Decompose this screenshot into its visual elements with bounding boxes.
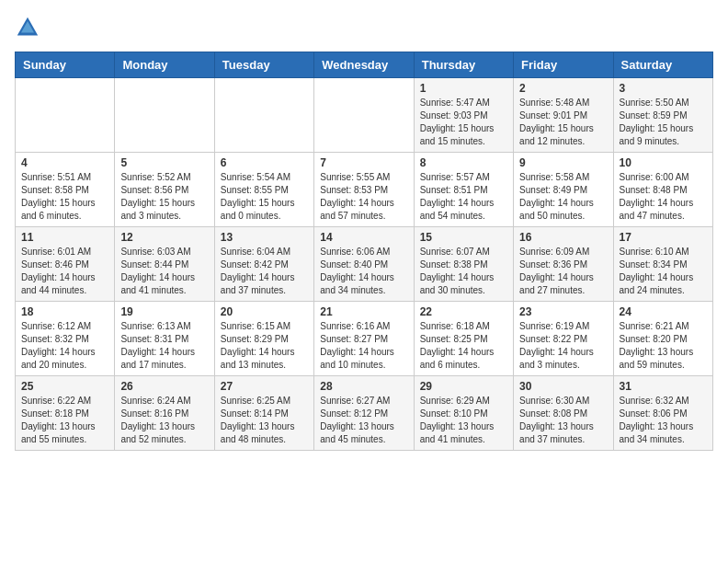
day-info: Daylight: 14 hours and 17 minutes. xyxy=(120,346,208,372)
day-info: Sunrise: 6:15 AM xyxy=(221,320,308,333)
calendar-cell: 1Sunrise: 5:47 AMSunset: 9:03 PMDaylight… xyxy=(414,78,513,153)
day-info: Daylight: 14 hours and 47 minutes. xyxy=(620,197,707,223)
day-info: Daylight: 14 hours and 3 minutes. xyxy=(519,346,607,372)
day-number: 18 xyxy=(21,305,108,318)
calendar-cell xyxy=(16,78,115,153)
day-info: Sunset: 9:03 PM xyxy=(420,109,507,122)
day-info: Daylight: 14 hours and 37 minutes. xyxy=(221,271,308,297)
day-info: Sunrise: 6:27 AM xyxy=(320,395,407,408)
calendar-cell: 6Sunrise: 5:54 AMSunset: 8:55 PMDaylight… xyxy=(214,153,313,227)
calendar-cell: 10Sunrise: 6:00 AMSunset: 8:48 PMDayligh… xyxy=(613,153,712,227)
day-number: 11 xyxy=(21,231,108,244)
calendar-cell: 18Sunrise: 6:12 AMSunset: 8:32 PMDayligh… xyxy=(16,302,115,376)
day-info: Sunrise: 6:25 AM xyxy=(221,395,308,408)
day-number: 7 xyxy=(320,156,407,169)
day-info: Daylight: 14 hours and 54 minutes. xyxy=(420,197,507,223)
day-info: Daylight: 15 hours and 9 minutes. xyxy=(620,122,707,148)
day-info: Sunrise: 6:32 AM xyxy=(620,395,707,408)
day-info: Sunset: 8:36 PM xyxy=(519,259,607,271)
calendar-cell xyxy=(214,78,313,153)
logo-icon xyxy=(15,15,40,40)
weekday-header-saturday: Saturday xyxy=(613,52,712,78)
day-number: 10 xyxy=(620,156,707,169)
day-number: 4 xyxy=(21,156,108,169)
day-number: 23 xyxy=(519,305,607,318)
calendar-cell: 30Sunrise: 6:30 AMSunset: 8:08 PMDayligh… xyxy=(514,376,613,451)
day-info: Daylight: 14 hours and 44 minutes. xyxy=(21,271,108,297)
day-info: Daylight: 14 hours and 41 minutes. xyxy=(120,271,208,297)
day-number: 30 xyxy=(519,380,607,393)
day-info: Sunset: 8:34 PM xyxy=(620,259,707,271)
day-info: Sunset: 8:46 PM xyxy=(21,259,108,271)
day-number: 27 xyxy=(221,380,308,393)
day-info: Daylight: 14 hours and 24 minutes. xyxy=(620,271,707,297)
day-info: Sunset: 8:59 PM xyxy=(620,109,707,122)
day-number: 1 xyxy=(420,82,507,95)
day-info: Sunset: 8:53 PM xyxy=(320,184,407,197)
day-info: Sunset: 8:27 PM xyxy=(320,333,407,346)
day-number: 21 xyxy=(320,305,407,318)
calendar-cell xyxy=(314,78,414,153)
day-info: Sunset: 9:01 PM xyxy=(519,109,607,122)
calendar-body: 1Sunrise: 5:47 AMSunset: 9:03 PMDaylight… xyxy=(16,78,713,451)
day-info: Daylight: 14 hours and 57 minutes. xyxy=(320,197,407,223)
day-info: Daylight: 14 hours and 6 minutes. xyxy=(420,346,507,372)
header xyxy=(15,15,713,40)
day-number: 19 xyxy=(120,305,208,318)
calendar-week-row: 18Sunrise: 6:12 AMSunset: 8:32 PMDayligh… xyxy=(16,302,713,376)
day-number: 12 xyxy=(120,231,208,244)
day-info: Sunrise: 5:55 AM xyxy=(320,171,407,184)
day-number: 25 xyxy=(21,380,108,393)
day-number: 20 xyxy=(221,305,308,318)
day-info: Daylight: 14 hours and 20 minutes. xyxy=(21,346,108,372)
day-info: Sunset: 8:49 PM xyxy=(519,184,607,197)
calendar-cell: 19Sunrise: 6:13 AMSunset: 8:31 PMDayligh… xyxy=(115,302,214,376)
calendar-cell: 3Sunrise: 5:50 AMSunset: 8:59 PMDaylight… xyxy=(613,78,712,153)
day-info: Sunrise: 6:12 AM xyxy=(21,320,108,333)
day-info: Sunrise: 6:16 AM xyxy=(320,320,407,333)
calendar-cell: 13Sunrise: 6:04 AMSunset: 8:42 PMDayligh… xyxy=(214,227,313,302)
calendar-cell: 22Sunrise: 6:18 AMSunset: 8:25 PMDayligh… xyxy=(414,302,513,376)
day-number: 14 xyxy=(320,231,407,244)
calendar-cell: 4Sunrise: 5:51 AMSunset: 8:58 PMDaylight… xyxy=(16,153,115,227)
weekday-header-wednesday: Wednesday xyxy=(314,52,414,78)
logo xyxy=(15,15,44,40)
day-info: Daylight: 13 hours and 34 minutes. xyxy=(620,420,707,446)
day-info: Sunset: 8:08 PM xyxy=(519,408,607,420)
weekday-header-monday: Monday xyxy=(115,52,214,78)
weekday-header-row: SundayMondayTuesdayWednesdayThursdayFrid… xyxy=(16,52,713,78)
calendar-cell: 28Sunrise: 6:27 AMSunset: 8:12 PMDayligh… xyxy=(314,376,414,451)
day-info: Sunset: 8:48 PM xyxy=(620,184,707,197)
day-info: Sunrise: 6:13 AM xyxy=(120,320,208,333)
day-info: Sunset: 8:14 PM xyxy=(221,408,308,420)
calendar-cell: 23Sunrise: 6:19 AMSunset: 8:22 PMDayligh… xyxy=(514,302,613,376)
calendar-cell: 17Sunrise: 6:10 AMSunset: 8:34 PMDayligh… xyxy=(613,227,712,302)
day-number: 24 xyxy=(620,305,707,318)
weekday-header-tuesday: Tuesday xyxy=(214,52,313,78)
calendar-cell: 26Sunrise: 6:24 AMSunset: 8:16 PMDayligh… xyxy=(115,376,214,451)
day-info: Sunset: 8:06 PM xyxy=(620,408,707,420)
day-info: Daylight: 14 hours and 13 minutes. xyxy=(221,346,308,372)
calendar-cell: 9Sunrise: 5:58 AMSunset: 8:49 PMDaylight… xyxy=(514,153,613,227)
day-info: Sunset: 8:42 PM xyxy=(221,259,308,271)
day-number: 3 xyxy=(620,82,707,95)
calendar-cell: 5Sunrise: 5:52 AMSunset: 8:56 PMDaylight… xyxy=(115,153,214,227)
day-number: 8 xyxy=(420,156,507,169)
day-info: Sunset: 8:18 PM xyxy=(21,408,108,420)
weekday-header-friday: Friday xyxy=(514,52,613,78)
day-number: 31 xyxy=(620,380,707,393)
day-info: Sunrise: 5:57 AM xyxy=(420,171,507,184)
day-info: Sunset: 8:20 PM xyxy=(620,333,707,346)
day-number: 17 xyxy=(620,231,707,244)
day-info: Daylight: 14 hours and 34 minutes. xyxy=(320,271,407,297)
day-number: 16 xyxy=(519,231,607,244)
day-info: Daylight: 15 hours and 0 minutes. xyxy=(221,197,308,223)
day-info: Daylight: 15 hours and 6 minutes. xyxy=(21,197,108,223)
day-info: Sunset: 8:58 PM xyxy=(21,184,108,197)
day-info: Sunset: 8:56 PM xyxy=(120,184,208,197)
day-info: Sunset: 8:38 PM xyxy=(420,259,507,271)
day-info: Daylight: 13 hours and 52 minutes. xyxy=(120,420,208,446)
calendar-week-row: 25Sunrise: 6:22 AMSunset: 8:18 PMDayligh… xyxy=(16,376,713,451)
calendar-header: SundayMondayTuesdayWednesdayThursdayFrid… xyxy=(16,52,713,78)
day-info: Daylight: 13 hours and 37 minutes. xyxy=(519,420,607,446)
